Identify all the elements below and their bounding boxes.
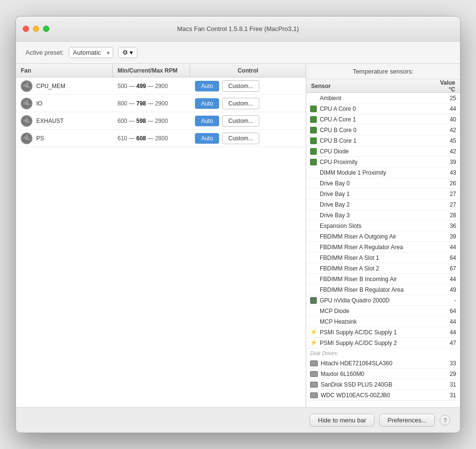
chip-icon: [310, 159, 317, 165]
sensors-panel: Temperature sensors: Sensor Value °C Amb…: [306, 64, 460, 407]
fan-icon: [21, 98, 32, 109]
sensor-value: 44: [431, 276, 460, 283]
minimize-button[interactable]: [33, 26, 39, 32]
no-icon: [310, 191, 317, 197]
sensor-col-header: Sensor: [306, 83, 431, 90]
auto-button[interactable]: Auto: [195, 81, 219, 91]
sensor-name: CPU B Core 0: [320, 127, 357, 134]
fan-col-header: Fan: [16, 64, 113, 77]
auto-button[interactable]: Auto: [195, 98, 219, 109]
control-col-header: Control: [190, 64, 306, 77]
sensor-name: MCP Heatsink: [320, 318, 357, 325]
no-icon: [310, 276, 317, 283]
sensor-name-cell: Expansion Slots: [306, 223, 431, 229]
sensor-name: FBDIMM Riser B Regulator Area: [320, 286, 403, 293]
sensor-row: Drive Bay 1 27: [306, 189, 460, 199]
preset-select[interactable]: Automatic: [69, 47, 113, 58]
sensor-value: 39: [431, 159, 460, 165]
sensor-name-cell: FBDIMM Riser A Regulator Area: [306, 244, 431, 251]
sensor-name-cell: FBDIMM Riser A Slot 1: [306, 254, 431, 261]
sensor-value: 39: [431, 233, 460, 240]
sensor-name-cell: SanDisk SSD PLUS 240GB: [306, 381, 431, 388]
sensor-name-cell: FBDIMM Riser A Outgoing Air: [306, 233, 431, 240]
sensor-row: Drive Bay 3 28: [306, 210, 460, 221]
no-icon: [310, 244, 317, 251]
sensor-value: 27: [431, 201, 460, 208]
hide-to-menu-bar-button[interactable]: Hide to menu bar: [310, 414, 374, 427]
maximize-button[interactable]: [43, 26, 49, 32]
sensor-name: CPU B Core 1: [320, 137, 357, 144]
sensor-name: WDC WD10EACS-00ZJB0: [321, 392, 390, 399]
sensor-value: 43: [431, 169, 460, 176]
sensor-row: FBDIMM Riser A Outgoing Air 39: [306, 231, 460, 242]
control-cell: Auto Custom...: [190, 133, 306, 144]
sensor-row: CPU Proximity 39: [306, 157, 460, 167]
sensor-name-cell: CPU B Core 1: [306, 137, 431, 144]
sensor-name: CPU A Core 1: [320, 116, 356, 123]
sensor-value: 44: [431, 329, 460, 336]
fan-row: IO 800 — 798 — 2900 Auto Custom...: [16, 95, 306, 112]
sensor-row: FBDIMM Riser A Slot 1 64: [306, 253, 460, 263]
sensor-name: PSMI Supply AC/DC Supply 1: [320, 329, 397, 336]
value-col-header: Value °C: [431, 79, 460, 93]
custom-button[interactable]: Custom...: [222, 98, 259, 109]
disk-icon: [310, 392, 318, 398]
auto-button[interactable]: Auto: [195, 116, 219, 126]
sensor-name: MCP Diode: [320, 308, 349, 314]
fan-rows: CPU_MEM 500 — 499 — 2900 Auto Custom... …: [16, 77, 306, 407]
fan-icon: [21, 115, 32, 127]
sensor-row: CPU B Core 1 45: [306, 135, 460, 146]
sensor-row: WDC WD10EACS-00ZJB0 31: [306, 390, 460, 401]
sensor-row: CPU A Core 1 40: [306, 114, 460, 125]
custom-button[interactable]: Custom...: [222, 80, 259, 92]
sensor-value: 49: [431, 286, 460, 293]
no-icon: [310, 265, 317, 272]
sensor-row: Maxtor 6L160M0 29: [306, 369, 460, 379]
sensor-name-cell: MCP Diode: [306, 308, 431, 314]
control-cell: Auto Custom...: [190, 80, 306, 92]
sensor-name: CPU Diode: [320, 148, 349, 155]
disk-icon: [310, 382, 318, 388]
sensor-name-cell: FBDIMM Riser B Regulator Area: [306, 286, 431, 293]
sensor-name-cell: CPU B Core 0: [306, 127, 431, 134]
sensor-value: 45: [431, 137, 460, 144]
close-button[interactable]: [23, 26, 29, 32]
rpm-cell: 610 — 608 — 2800: [113, 135, 190, 142]
chip-icon: [310, 116, 317, 123]
fan-name: PS: [36, 135, 44, 142]
sensor-value: 29: [431, 371, 460, 377]
sensor-row: MCP Diode 64: [306, 306, 460, 316]
custom-button[interactable]: Custom...: [222, 133, 259, 144]
sensor-row: Ambient 25: [306, 93, 460, 104]
sensor-value: 67: [431, 265, 460, 272]
sensor-value: 31: [431, 392, 460, 399]
chip-icon: [310, 137, 317, 144]
fan-row: CPU_MEM 500 — 499 — 2900 Auto Custom...: [16, 77, 306, 95]
help-button[interactable]: ?: [440, 415, 450, 426]
sensor-name: FBDIMM Riser A Slot 1: [320, 254, 379, 261]
traffic-lights: [23, 26, 49, 32]
toolbar: Active preset: Automatic ⚙ ▾: [16, 42, 460, 64]
sensor-row: Hitachi HDE721064SLA360 33: [306, 358, 460, 369]
sensor-name-cell: Drive Bay 2: [306, 201, 431, 208]
rpm-col-header: Min/Current/Max RPM: [113, 64, 190, 77]
sensor-value: 27: [431, 191, 460, 197]
auto-button[interactable]: Auto: [195, 133, 219, 144]
titlebar: Macs Fan Control 1.5.8.1 Free (MacPro3,1…: [16, 16, 460, 42]
custom-button[interactable]: Custom...: [222, 115, 259, 127]
sensors-header: Temperature sensors:: [306, 64, 460, 79]
sensor-name-cell: Drive Bay 3: [306, 212, 431, 219]
preferences-button[interactable]: Preferences...: [379, 414, 435, 427]
sensor-row: MCP Heatsink 44: [306, 316, 460, 327]
sensor-value: 25: [431, 95, 460, 102]
sensor-value: 47: [431, 340, 460, 346]
sensor-value: 40: [431, 116, 460, 123]
sensor-name-cell: FBDIMM Riser B Incoming Air: [306, 276, 431, 283]
sensor-value: -: [431, 297, 460, 304]
sensor-name-cell: ⚡ PSMI Supply AC/DC Supply 2: [306, 340, 431, 346]
sensor-name: FBDIMM Riser A Regulator Area: [320, 244, 403, 251]
sensor-name-cell: Drive Bay 0: [306, 180, 431, 187]
gear-button[interactable]: ⚙ ▾: [118, 47, 138, 58]
sensor-name: Drive Bay 2: [320, 201, 350, 208]
sensor-name: Drive Bay 1: [320, 191, 350, 197]
